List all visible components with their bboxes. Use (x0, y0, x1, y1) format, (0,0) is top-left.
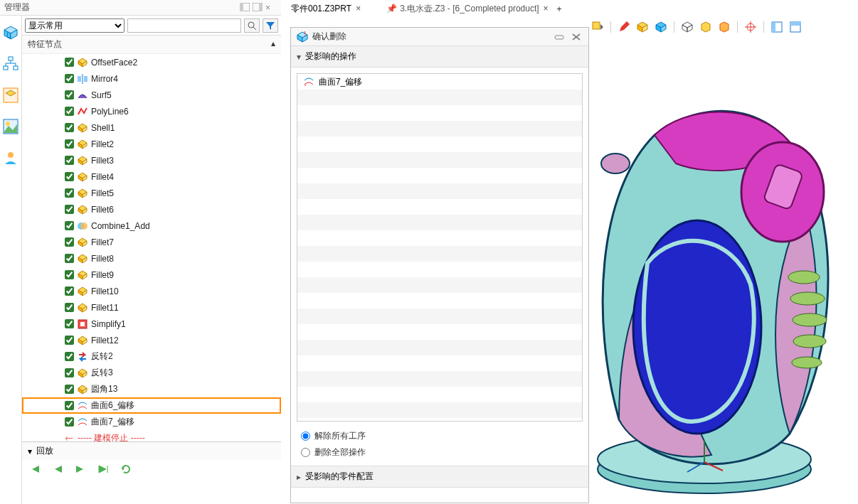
feature-checkbox[interactable] (65, 221, 74, 230)
feature-node[interactable]: 曲面6_偏移 (22, 397, 281, 414)
svg-text:!: ! (304, 31, 306, 38)
dialog-minimize-icon[interactable] (553, 32, 566, 42)
feature-checkbox[interactable] (65, 156, 74, 165)
scroll-up-button[interactable]: ▴ (265, 36, 281, 54)
affected-ops-header[interactable]: ▾ 受影响的操作 (291, 46, 588, 68)
feature-checkbox[interactable] (65, 368, 74, 377)
feature-node[interactable]: 曲面7_偏移 (22, 414, 281, 430)
feature-node[interactable]: Fillet12 (22, 332, 281, 348)
feature-checkbox[interactable] (65, 58, 74, 67)
feature-node[interactable]: Shell1 (22, 119, 281, 136)
feature-node[interactable]: Fillet2 (22, 136, 281, 152)
palette-dropdown-icon[interactable] (590, 20, 605, 34)
cube-yellow-icon[interactable] (635, 20, 650, 34)
feature-checkbox[interactable] (65, 417, 74, 427)
repeat-icon[interactable] (120, 464, 134, 476)
feature-node[interactable]: 反转3 (22, 365, 281, 381)
feature-node[interactable]: 反转2 (22, 348, 281, 365)
feature-node[interactable]: Simplify1 (22, 316, 281, 332)
feature-checkbox[interactable] (65, 270, 74, 279)
tab-close-icon[interactable]: × (356, 4, 361, 14)
tab-kettle[interactable]: 📌 3.电水壶.Z3 - [6_Completed product] × (380, 1, 554, 17)
feature-node[interactable]: Surf5 (22, 87, 281, 103)
feature-checkbox[interactable] (65, 352, 74, 361)
new-tab-button[interactable]: ＋ (555, 3, 563, 15)
feature-node[interactable]: Fillet5 (22, 185, 281, 201)
feature-checkbox[interactable] (65, 237, 74, 247)
affected-parts-header[interactable]: ▸ 受影响的零件配置 (291, 466, 588, 488)
feature-node[interactable]: Fillet10 (22, 283, 281, 299)
play-next-icon[interactable] (97, 464, 112, 476)
hex-yellow-icon[interactable] (699, 20, 713, 34)
hex-orange-icon[interactable] (717, 20, 731, 34)
feature-checkbox[interactable] (65, 303, 74, 312)
svg-marker-11 (720, 22, 729, 32)
dock-left-icon[interactable] (240, 3, 251, 13)
svg-rect-27 (9, 57, 13, 60)
pencil-icon[interactable] (617, 20, 631, 34)
dialog-titlebar[interactable]: ! 确认删除 (291, 28, 588, 46)
dock-right-icon[interactable] (253, 3, 264, 13)
radio-delete-all-input[interactable] (301, 448, 310, 457)
feature-checkbox[interactable] (65, 90, 74, 100)
feature-node[interactable]: Fillet4 (22, 168, 281, 185)
playback-header[interactable]: ▾ 回放 (22, 442, 281, 460)
hierarchy-icon[interactable] (1, 54, 21, 74)
close-icon[interactable]: × (265, 3, 277, 13)
feature-checkbox[interactable] (65, 401, 74, 410)
wireframe-cube-icon[interactable] (680, 20, 694, 34)
user-icon[interactable] (1, 148, 21, 168)
play-prev-icon[interactable] (52, 464, 66, 476)
feature-checkbox[interactable] (65, 286, 74, 296)
model-viewport[interactable] (590, 36, 858, 504)
fillet-icon (77, 286, 88, 297)
feature-node[interactable]: Fillet9 (22, 267, 281, 283)
svg-marker-8 (682, 25, 687, 32)
search-button[interactable] (244, 18, 260, 33)
list-item[interactable]: 曲面7_偏移 (297, 74, 582, 90)
target-icon[interactable] (743, 20, 758, 34)
scenery-icon[interactable] (1, 117, 21, 136)
radio-unlink[interactable]: 解除所有工序 (301, 430, 578, 442)
part-box-icon[interactable] (1, 85, 21, 105)
feature-node[interactable]: Fillet7 (22, 234, 281, 250)
pane-top-icon[interactable] (788, 20, 803, 34)
feature-checkbox[interactable] (65, 205, 74, 214)
feature-node[interactable]: Fillet6 (22, 201, 281, 218)
tab-part001[interactable]: 零件001.Z3PRT × (285, 1, 367, 17)
play-start-icon[interactable] (29, 464, 43, 476)
offsetface-icon (77, 57, 88, 68)
cube-blue-icon[interactable] (654, 20, 668, 34)
filter-mode-select[interactable]: 显示常用 (25, 18, 125, 33)
fillet-icon (77, 171, 88, 183)
feature-checkbox[interactable] (65, 107, 74, 116)
feature-checkbox[interactable] (65, 254, 74, 263)
pane-left-icon[interactable] (770, 20, 784, 34)
feature-checkbox[interactable] (65, 336, 74, 345)
feature-node[interactable]: OffsetFace2 (22, 54, 281, 70)
feature-node[interactable]: PolyLine6 (22, 103, 281, 119)
dialog-close-icon[interactable] (570, 32, 583, 42)
filter-search-input[interactable] (127, 18, 241, 33)
feature-node[interactable]: Combine1_Add (22, 218, 281, 234)
radio-delete-all[interactable]: 删除全部操作 (301, 446, 578, 459)
feature-checkbox[interactable] (65, 74, 74, 83)
feature-node[interactable]: Fillet3 (22, 152, 281, 168)
feature-checkbox[interactable] (65, 319, 74, 328)
feature-checkbox[interactable] (65, 172, 74, 181)
feature-checkbox[interactable] (65, 188, 74, 198)
play-icon[interactable] (75, 464, 89, 476)
feature-checkbox[interactable] (65, 123, 74, 132)
feature-label: Fillet11 (91, 303, 119, 313)
part-tree-icon[interactable]: └ (1, 23, 21, 43)
feature-node[interactable]: Fillet11 (22, 299, 281, 316)
feature-node[interactable]: Mirror4 (22, 70, 281, 87)
feature-checkbox[interactable] (65, 385, 74, 394)
feature-node[interactable]: Fillet8 (22, 250, 281, 267)
model-stop-marker[interactable]: 🡐----- 建模停止 ----- (22, 430, 281, 441)
feature-checkbox[interactable] (65, 139, 74, 149)
feature-node[interactable]: 圆角13 (22, 381, 281, 397)
tab-close-icon[interactable]: × (544, 4, 549, 14)
radio-unlink-input[interactable] (301, 431, 310, 441)
filter-funnel-button[interactable] (263, 18, 278, 33)
